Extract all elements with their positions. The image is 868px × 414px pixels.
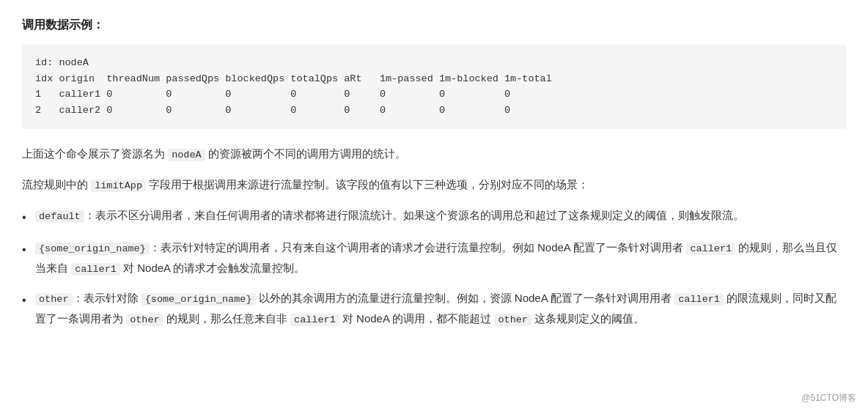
paragraph1-text1: 上面这个命令展示了资源名为 <box>22 147 168 160</box>
paragraph1-text2: 的资源被两个不同的调用方调用的统计。 <box>205 147 406 160</box>
bullet-some-origin-text1: ：表示针对特定的调用者，只有来自这个调用者的请求才会进行流量控制。例如 Node… <box>150 241 687 254</box>
code-other2: other <box>126 314 163 326</box>
code-other: other <box>35 293 73 306</box>
bullet-list: • default：表示不区分调用者，来自任何调用者的请求都将进行限流统计。如果… <box>22 205 846 329</box>
bullet-other-text6: 这条规则定义的阈值。 <box>532 312 644 325</box>
bullet-some-origin-text3: 对 NodeA 的请求才会触发流量控制。 <box>120 262 306 274</box>
bullet-other-text4: 的规则，那么任意来自非 <box>163 312 290 325</box>
bullet-default-text: ：表示不区分调用者，来自任何调用者的请求都将进行限流统计。如果这个资源名的调用总… <box>84 209 744 221</box>
bullet-dot-1: • <box>22 207 35 229</box>
code-block: id: nodeA idx origin threadNum passedQps… <box>22 45 846 128</box>
bullet-other-text5: 对 NodeA 的调用，都不能超过 <box>339 312 495 325</box>
code-other3: other <box>494 314 532 326</box>
code-some-origin: {some_origin_name} <box>35 243 150 255</box>
paragraph2: 流控规则中的 limitApp 字段用于根据调用来源进行流量控制。该字段的值有以… <box>22 174 846 195</box>
paragraph2-text1: 流控规则中的 <box>22 178 91 191</box>
bullet-item-some-origin: • {some_origin_name}：表示针对特定的调用者，只有来自这个调用… <box>22 237 846 279</box>
bullet-dot-2: • <box>22 240 35 261</box>
bullet-content-some-origin: {some_origin_name}：表示针对特定的调用者，只有来自这个调用者的… <box>35 237 846 279</box>
paragraph2-code-limitapp: limitApp <box>91 180 146 192</box>
code-some-origin-name2: {some_origin_name} <box>141 293 256 306</box>
code-caller1-2: caller1 <box>71 263 120 276</box>
bullet-item-other: • other：表示针对除 {some_origin_name} 以外的其余调用… <box>22 288 846 330</box>
paragraph1: 上面这个命令展示了资源名为 nodeA 的资源被两个不同的调用方调用的统计。 <box>22 144 846 164</box>
paragraph2-text2: 字段用于根据调用来源进行流量控制。该字段的值有以下三种选项，分别对应不同的场景： <box>146 178 589 191</box>
code-caller1-4: caller1 <box>290 314 339 326</box>
code-caller1-1: caller1 <box>686 243 735 255</box>
paragraph1-code-nodeA: nodeA <box>168 149 205 161</box>
code-default: default <box>35 210 84 223</box>
bullet-content-default: default：表示不区分调用者，来自任何调用者的请求都将进行限流统计。如果这个… <box>35 205 846 226</box>
code-caller1-3: caller1 <box>674 293 724 306</box>
bullet-item-default: • default：表示不区分调用者，来自任何调用者的请求都将进行限流统计。如果… <box>22 205 846 229</box>
bullet-other-text2: 以外的其余调用方的流量进行流量控制。例如，资源 NodeA 配置了一条针对调用用… <box>256 292 675 304</box>
bullet-other-text1: ：表示针对除 <box>73 292 141 304</box>
bullet-content-other: other：表示针对除 {some_origin_name} 以外的其余调用方的… <box>35 288 846 330</box>
section-title: 调用数据示例： <box>22 15 846 34</box>
bullet-dot-3: • <box>22 290 35 311</box>
